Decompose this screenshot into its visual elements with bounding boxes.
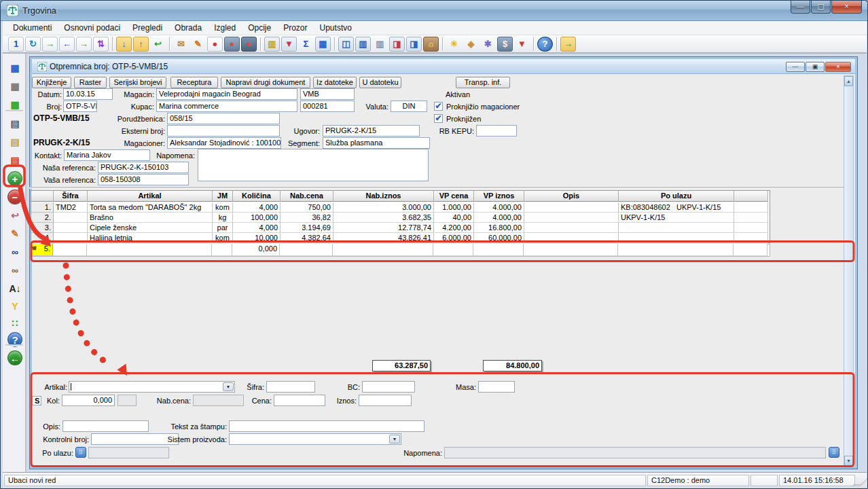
grid-cell[interactable]: Cipele ženske [88,223,213,233]
grid-cell-new-row[interactable] [333,244,433,256]
filter-red-icon[interactable]: ▼ [514,37,530,52]
valuta-field[interactable]: DIN [391,101,427,112]
print-icon[interactable]: ▤ [7,116,22,131]
cena-field[interactable] [274,395,325,406]
datum-field[interactable]: 10.03.15 [63,88,113,100]
doc-restore-button[interactable]: ▣ [806,62,825,72]
grid-cell[interactable]: 6.000,00 [434,233,474,243]
menu-item-obrada[interactable]: Obrada [168,22,208,34]
sistem-proizvoda-dropdown-icon[interactable]: ▼ [389,435,400,443]
print-fast-icon[interactable]: ▤ [7,134,22,149]
po-ulazu-picker-button[interactable]: ⠿ [75,447,86,458]
grid-cell[interactable]: 750,00 [281,202,333,213]
grid-cell[interactable]: 4.000,00 [474,202,524,213]
bc-field[interactable] [362,381,415,393]
opis-field[interactable] [62,420,149,432]
grid-cell[interactable]: kg [213,213,233,223]
grid-cell[interactable]: 3. [31,223,54,233]
grid-cell-new-row[interactable] [524,244,618,256]
find-icon[interactable]: ∞ [7,244,22,259]
hint-bulb-icon[interactable]: ☀ [446,37,462,52]
grid-cell-new-row[interactable] [433,244,473,256]
grid-cell[interactable] [54,223,88,233]
goto-first-icon[interactable]: 1 [8,37,24,52]
grid-cell[interactable]: 40,00 [434,213,474,223]
magacin-code-field[interactable]: VMB [300,88,355,100]
artikal-combobox[interactable]: ▼ [69,381,235,393]
grid-header-artikal[interactable]: Artikal [88,191,213,202]
grid-header-vp-cena[interactable]: VP cena [434,191,474,202]
grid-cell[interactable]: TMD2 [54,202,88,213]
layout-grid-icon[interactable]: ▥ [355,37,371,52]
grid-cell[interactable]: 16.800,00 [474,223,524,233]
grid-cell[interactable] [524,233,619,243]
collapse-rows-icon[interactable]: ⇅ [93,37,109,52]
grid-cell[interactable]: 4.000,00 [474,213,524,223]
menu-item-opcije[interactable]: Opcije [242,22,277,34]
vasa-referenca-field[interactable]: 058-150308 [98,174,189,185]
save-icon[interactable]: ▦ [7,60,22,75]
grid-header-jm[interactable]: JM [213,191,233,202]
close-window-icon[interactable]: ← [7,350,22,365]
settings-gear-icon[interactable]: ✱ [480,37,496,52]
grid-cell[interactable] [734,223,768,233]
print-copy-icon[interactable]: ▤ [7,153,22,168]
s-button[interactable]: S [32,396,41,405]
grid-cell[interactable]: 1.000,00 [434,202,474,213]
doc-mark-icon[interactable]: ● [207,37,223,52]
rb-kepu-field[interactable] [476,125,517,137]
doc-refresh-icon[interactable]: ↻ [25,37,41,52]
mail-icon[interactable]: ✉ [173,37,189,52]
revert-icon[interactable]: ↩ [150,37,166,52]
grid-cell[interactable] [734,202,768,213]
fit-columns-icon[interactable]: ∷ [7,316,22,331]
grid-cell[interactable]: 4. [31,233,54,243]
doc-button-iz-datoteke[interactable]: Iz datoteke [313,77,357,88]
grid-cell[interactable] [54,213,88,223]
grid-cell-new-row[interactable] [473,244,524,256]
help-icon[interactable]: ? [537,37,553,52]
checkbox-proknjizio-magacioner[interactable]: ✔ [434,102,443,111]
grid-cell-new-row[interactable] [734,244,767,256]
main-titlebar[interactable]: Trgovina —▢× [1,1,868,21]
grid-header-nab-iznos[interactable]: Nab.iznos [333,191,434,202]
eksterni-broj-field[interactable] [167,125,280,137]
po-ulazu-field[interactable] [88,447,169,458]
doc-minimize-button[interactable]: — [786,62,805,72]
magacin-field[interactable]: Veleprodajni magacin Beograd [156,88,297,100]
grid-cell[interactable] [734,213,768,223]
grid-cell[interactable]: 1. [31,202,54,213]
calc-grid-icon[interactable]: ▦ [315,37,331,52]
kol-field[interactable]: 0,000 [62,395,115,406]
book-help-icon[interactable]: ☼ [423,37,439,52]
panel-info-icon[interactable]: ◨ [406,37,422,52]
menu-item-uputstvo[interactable]: Uputstvo [314,22,358,34]
nabcena-field[interactable] [193,395,244,406]
grid-cell[interactable]: 12.778,74 [333,223,434,233]
grid-cell[interactable] [524,213,619,223]
items-grid-new-row[interactable]: 5.☚0,000 [31,244,770,257]
grid-cell[interactable]: 60.000,00 [474,233,524,243]
import-file-icon[interactable]: ↓ [116,37,132,52]
price-book-icon[interactable]: $ [497,37,513,52]
kol-aux-field[interactable] [117,395,137,406]
scroll-up-icon[interactable]: ▲ [844,76,853,86]
ledger-alt-icon[interactable]: ● [241,37,257,52]
grid-cell[interactable]: 43.826,41 [333,233,434,243]
grid-cell[interactable] [54,233,88,243]
filter-docs-icon[interactable]: ▼ [281,37,297,52]
vertical-scrollbar[interactable]: ▲ ▼ [844,75,854,467]
entry-napomena-field[interactable] [444,447,826,458]
grid-cell-new-row[interactable] [280,244,333,256]
menu-item-izgled[interactable]: Izgled [208,22,242,34]
grid-cell-new-row[interactable] [212,244,232,256]
broj-field[interactable]: OTP-5-VMB [63,101,97,112]
grid-cell-new-row[interactable]: 5.☚ [31,244,53,256]
menu-item-pregledi[interactable]: Pregledi [126,22,168,34]
kupac-code-field[interactable]: 000281 [300,101,355,112]
doc-button-receptura[interactable]: Receptura [170,77,218,88]
artikal-dropdown-icon[interactable]: ▼ [223,382,234,391]
copy-pages-icon[interactable]: ▥ [372,37,388,52]
grid-cell[interactable]: 4.200,00 [434,223,474,233]
grid-cell[interactable]: kom [213,202,233,213]
